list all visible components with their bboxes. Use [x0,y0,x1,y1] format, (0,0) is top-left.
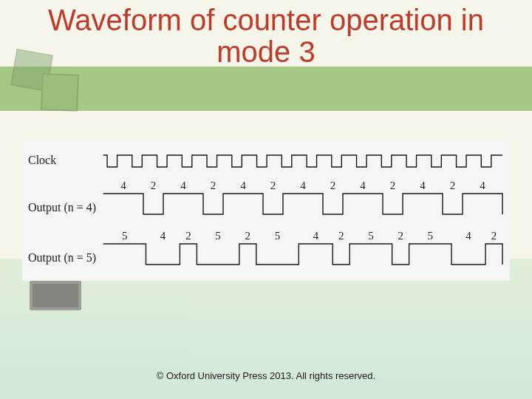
count-label: 4 [420,180,426,191]
count-label: 2 [398,230,403,242]
count-label: 5 [275,230,281,242]
count-label: 2 [390,180,396,191]
count-label: 4 [360,180,366,191]
count-label: 2 [185,230,191,242]
count-label: 2 [245,230,251,242]
count-label: 4 [480,180,485,191]
count-label: 2 [211,180,216,191]
count-label: 4 [466,230,471,242]
count-label: 4 [180,180,186,191]
count-label: 5 [428,230,434,242]
count-label: 4 [120,180,126,191]
count-label: 2 [491,230,497,242]
slide-title: Waveform of counter operation in mode 3 [0,4,532,68]
count-label: 5 [368,230,374,242]
count-label: 2 [270,180,276,191]
label-output-n5: Output (n = 5) [28,251,96,265]
count-label: 4 [313,230,318,242]
timing-diagram: Clock Output (n = 4) Output (n = 5) 4242… [22,140,510,281]
count-label: 4 [240,180,246,191]
count-label: 5 [215,230,221,242]
count-label: 2 [450,180,456,191]
waveform-clock [103,155,502,167]
count-label: 4 [300,180,306,191]
count-label: 4 [160,230,166,242]
count-label: 2 [338,230,344,242]
label-clock: Clock [28,154,56,166]
count-label: 2 [151,180,157,191]
title-line-2: mode 3 [216,35,315,68]
count-label: 2 [330,180,336,191]
title-line-1: Waveform of counter operation in [48,4,484,36]
waveform-output-n5: 5425254252542 [103,230,502,265]
slide: Waveform of counter operation in mode 3 … [0,0,532,399]
copyright-text: © Oxford University Press 2013. All righ… [0,370,532,381]
waveform-output-n4: 4242424242424 [103,180,502,214]
count-label: 5 [122,230,128,242]
label-output-n4: Output (n = 4) [28,201,96,214]
